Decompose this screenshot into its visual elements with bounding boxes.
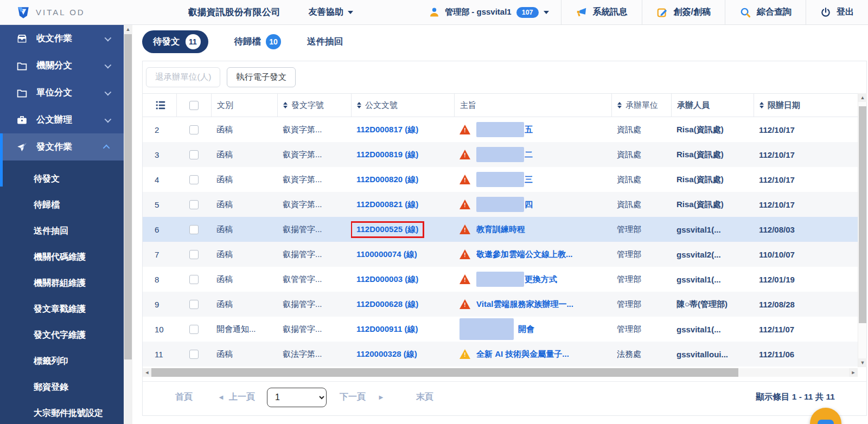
send-operations-submenu: 待發文 待歸檔 送件抽回 機關代碼維護 機關群組維護 發文章戳維護 發文代字維護… (0, 160, 124, 424)
subject-link[interactable]: 敬邀參加雲端公文線上教... (476, 249, 573, 260)
sidebar-item-send-operations[interactable]: 發文作業 (0, 133, 124, 160)
sidebar-item-agency-dispatch[interactable]: 機關分文 (0, 52, 124, 79)
last-page-button[interactable]: 末頁 (416, 391, 433, 403)
subject-link[interactable]: 二 (525, 150, 533, 160)
submenu-item-pending-archive[interactable]: 待歸檔 (0, 192, 124, 218)
table-row[interactable]: 7 函稿 叡揚管字... 1100000074 (線) !敬邀參加雲端公文線上教… (143, 242, 858, 267)
row-checkbox[interactable] (189, 300, 199, 309)
submenu-item-postage[interactable]: 郵資登錄 (0, 374, 124, 400)
tab-pending-archive[interactable]: 待歸檔 10 (234, 34, 282, 49)
submenu-item-agency-code[interactable]: 機關代碼維護 (0, 244, 124, 270)
doc-number-link[interactable]: 1100000074 (線) (356, 249, 417, 259)
scroll-left-arrow[interactable]: ◄ (143, 368, 151, 377)
doc-number-link[interactable]: 112D000821 (線) (356, 200, 418, 209)
doc-number-link[interactable]: 112D000003 (線) (356, 274, 418, 284)
next-page-button[interactable]: 下一頁 (340, 391, 366, 403)
row-checkbox[interactable] (189, 275, 199, 284)
table-row[interactable]: 2 函稿 叡資字第... 112D000817 (線) !五 資訊處 Risa(… (143, 117, 858, 142)
row-checkbox[interactable] (189, 150, 199, 159)
submenu-item-agency-group[interactable]: 機關群組維護 (0, 270, 124, 296)
table-row[interactable]: 8 函稿 叡管管字... 112D000003 (線) !更換方式 管理部 gs… (143, 267, 858, 292)
row-checkbox[interactable] (189, 325, 199, 334)
sort-icon[interactable] (357, 102, 361, 109)
submenu-item-code-word[interactable]: 發文代字維護 (0, 322, 124, 348)
scrollbar-thumb[interactable] (151, 368, 738, 377)
global-search-button[interactable]: 綜合查詢 (725, 0, 806, 24)
page-scrollbar[interactable]: ▲ (124, 25, 132, 424)
page-select[interactable]: 1 (267, 388, 327, 407)
row-checkbox[interactable] (189, 250, 199, 259)
subject-link[interactable]: Vital雲端服務家族辦理一... (476, 299, 573, 310)
submenu-item-bulk-mail[interactable]: 大宗郵件批號設定 (0, 400, 124, 424)
table-row[interactable]: 5 函稿 叡資字第... 112D000821 (線) !四 資訊處 Risa(… (143, 192, 858, 217)
subject-link[interactable]: 四 (525, 200, 533, 210)
subject-link[interactable]: 三 (525, 175, 533, 185)
sort-icon[interactable] (283, 102, 288, 109)
scroll-right-arrow[interactable]: ► (849, 368, 858, 377)
row-checkbox[interactable] (189, 125, 199, 134)
prev-arrow-icon[interactable]: ◄ (218, 393, 225, 401)
doc-type: 函稿 (211, 224, 277, 235)
next-arrow-icon[interactable]: ► (378, 393, 385, 401)
row-checkbox[interactable] (189, 175, 199, 184)
chevron-down-icon (348, 11, 353, 14)
sort-icon[interactable] (760, 102, 764, 109)
execute-esend-button[interactable]: 執行電子發文 (227, 67, 296, 87)
system-messages-button[interactable]: 系統訊息 (561, 0, 642, 24)
table-horizontal-scrollbar[interactable]: ◄ ► (143, 368, 858, 377)
tab-recall[interactable]: 送件抽回 (307, 36, 343, 48)
doc-number-link[interactable]: 112D000820 (線) (356, 175, 418, 184)
column-header-unit[interactable]: 承辦單位 (611, 94, 671, 117)
sidebar-item-receive[interactable]: 收文作業 (0, 25, 124, 52)
scroll-down-arrow[interactable]: ▼ (858, 358, 867, 367)
first-page-button[interactable]: 首頁 (175, 391, 193, 403)
doc-number-link[interactable]: 1120000328 (線) (356, 349, 417, 358)
sort-icon[interactable] (617, 102, 622, 109)
table-row[interactable]: 10 開會通知... 叡揚管字... 112D000911 (線) 開會 管理部… (143, 317, 858, 342)
submenu-item-seal-maintain[interactable]: 發文章戳維護 (0, 296, 124, 322)
subject-link[interactable]: 教育訓練時程 (476, 224, 525, 235)
row-checkbox[interactable] (189, 200, 199, 209)
table-header: 文別 發文字號 公文文號 主旨 承辦單位 承辦人員 限辦日期 (143, 93, 858, 117)
logout-button[interactable]: 登出 (806, 0, 868, 24)
doc-type: 函稿 (211, 274, 277, 285)
row-checkbox[interactable] (189, 350, 199, 359)
scrollbar-thumb[interactable] (859, 106, 866, 323)
return-to-unit-button[interactable]: 退承辦單位(人) (146, 67, 220, 87)
doc-number-link[interactable]: 112D000628 (線) (356, 299, 418, 309)
select-all-checkbox[interactable] (189, 101, 199, 110)
doc-number-link[interactable]: 112D000525 (線) (356, 224, 418, 234)
column-header-issue-no[interactable]: 發文字號 (277, 94, 351, 117)
scrollbar-thumb[interactable] (124, 34, 132, 359)
subject-link[interactable]: 開會 (518, 324, 534, 335)
subject-link[interactable]: 全新 AI 技術與金屬量子... (476, 349, 569, 359)
sidebar-item-unit-dispatch[interactable]: 單位分文 (0, 79, 124, 106)
system-messages-label: 系統訊息 (593, 7, 628, 18)
prev-page-button[interactable]: 上一頁 (229, 391, 255, 403)
create-draft-button[interactable]: 創簽/創稿 (642, 0, 725, 24)
table-row[interactable]: 3 函稿 叡資字第... 112D000819 (線) !二 資訊處 Risa(… (143, 142, 858, 167)
user-menu[interactable]: 管理部 - gssvital1 107 (417, 0, 560, 24)
help-menu[interactable]: 友善協助 (309, 0, 353, 24)
row-checkbox[interactable] (189, 225, 199, 234)
numbered-list-icon[interactable] (143, 94, 176, 117)
doc-number-link[interactable]: 112D000817 (線) (356, 125, 418, 134)
column-header-doc-no[interactable]: 公文文號 (351, 94, 454, 117)
doc-number-link[interactable]: 112D000819 (線) (356, 150, 418, 159)
doc-number-link[interactable]: 112D000911 (線) (356, 324, 418, 333)
scroll-up-arrow[interactable]: ▲ (858, 93, 867, 102)
sidebar-item-doc-processing[interactable]: 公文辦理 (0, 106, 124, 133)
subject-link[interactable]: 更換方式 (525, 274, 557, 285)
table-row[interactable]: 9 函稿 叡揚管字... 112D000628 (線) !Vital雲端服務家族… (143, 292, 858, 317)
submenu-item-label-print[interactable]: 標籤列印 (0, 348, 124, 374)
table-row[interactable]: 11 函稿 叡法字第... 1120000328 (線) !全新 AI 技術與金… (143, 342, 858, 367)
column-header-due-date[interactable]: 限辦日期 (754, 94, 858, 117)
subject-link[interactable]: 五 (525, 125, 533, 135)
table-row[interactable]: 4 函稿 叡資字第... 112D000820 (線) !三 資訊處 Risa(… (143, 167, 858, 192)
table-vertical-scrollbar[interactable]: ▲ ▼ (858, 93, 866, 367)
tab-pending-send[interactable]: 待發文 11 (142, 30, 208, 53)
submenu-item-recall[interactable]: 送件抽回 (0, 218, 124, 244)
table-row-selected[interactable]: 6 函稿 叡揚管字... 112D000525 (線) !教育訓練時程 管理部 … (143, 217, 858, 242)
scroll-up-arrow[interactable]: ▲ (124, 25, 132, 34)
submenu-item-pending-send[interactable]: 待發文 (0, 166, 124, 192)
